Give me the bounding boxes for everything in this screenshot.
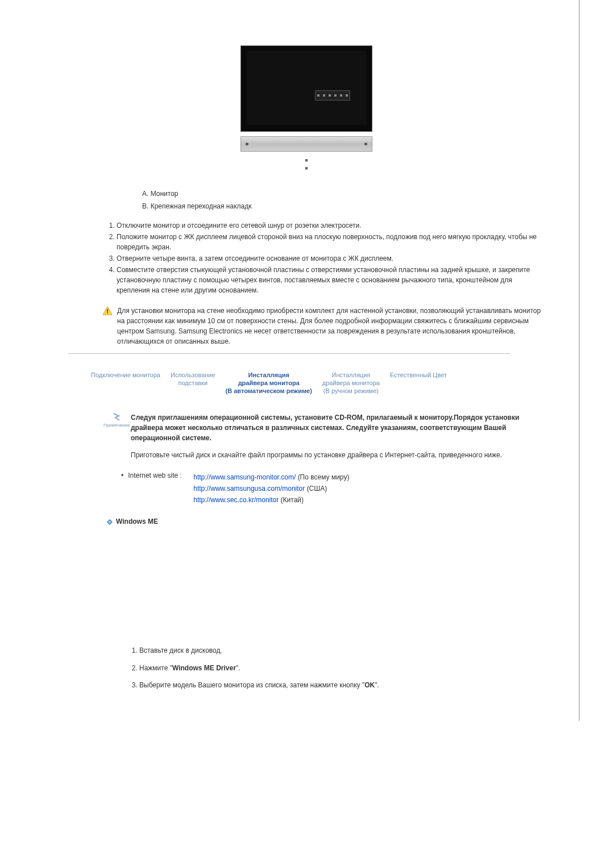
note-sidebar-icon: Примечания: [102, 412, 131, 443]
link[interactable]: http://www.samsung-monitor.com/: [193, 473, 296, 481]
warning-block: Для установки монитора на стене необходи…: [102, 306, 545, 347]
link-item: http://www.samsung-monitor.com/ (По всем…: [193, 471, 349, 483]
note-label: Примечания: [103, 423, 130, 428]
bullet-icon: •: [121, 471, 123, 506]
sub-list-item: Вставьте диск в дисковод.: [139, 646, 545, 656]
sub-item-bold: Windows ME Driver: [172, 664, 236, 672]
nav-tab-stand[interactable]: Использование подставки: [171, 371, 215, 387]
link-list: http://www.samsung-monitor.com/ (По всем…: [193, 471, 349, 506]
nav-tab-label: Естественный Цвет: [390, 372, 447, 378]
diamond-icon: [107, 519, 113, 524]
nav-tab-label: Инсталляция: [248, 372, 289, 378]
sub-item-bold: OK: [364, 681, 375, 689]
sub-item-suffix: ".: [375, 681, 379, 689]
sub-item-text: Вставьте диск в дисковод.: [139, 646, 222, 654]
sub-list-item: Нажмите "Windows ME Driver".: [139, 663, 545, 673]
sub-item-suffix: ".: [236, 664, 240, 672]
nav-tab-label: Подключение монитора: [91, 372, 160, 378]
label-b: B. Крепежная переходная накладк: [142, 202, 545, 210]
nav-tab-label: Инсталляция: [332, 372, 371, 378]
nav-tab-sublabel: (В автоматическом режиме): [226, 387, 312, 394]
sub-item-prefix: Нажмите ": [139, 664, 172, 672]
note-plain-text: Приготовьте чистый диск и скачайте файл …: [131, 450, 545, 460]
nav-tab-natural-color[interactable]: Естественный Цвет: [390, 371, 447, 379]
main-numbered-list: Отключите монитор и отсоедините его сете…: [102, 220, 545, 295]
main-list-item: Отключите монитор и отсоедините его сете…: [117, 220, 545, 231]
link-item: http://www.sec.co.kr/monitor (Китай): [193, 494, 349, 506]
main-list-item: Положите монитор с ЖК дисплеем лицевой с…: [117, 232, 545, 252]
section-nav-tabs: Подключение монитора Использование подст…: [91, 371, 545, 395]
separator: [68, 353, 511, 354]
nav-tab-sublabel: драйвера монитора: [238, 379, 300, 386]
monitor-body: [240, 45, 372, 132]
nav-tab-driver-auto[interactable]: Инсталляция драйвера монитора (В автомат…: [226, 371, 312, 395]
warning-icon: [102, 306, 113, 315]
link-item: http://www.samsungusa.com/monitor (США): [193, 483, 349, 494]
monitor-screws: ■■: [68, 156, 545, 173]
sub-numbered-list: Вставьте диск в дисковод. Нажмите "Windo…: [125, 646, 545, 690]
nav-tab-label: Использование: [171, 372, 215, 378]
sub-list-item: Выберите модель Вашего монитора из списк…: [139, 681, 545, 690]
link-suffix: (По всему миру): [298, 473, 350, 481]
monitor-mounting-plate: [240, 136, 372, 152]
link[interactable]: http://www.sec.co.kr/monitor: [193, 496, 279, 504]
warning-text: Для установки монитора на стене необходи…: [117, 306, 545, 347]
internet-links-row: • Internet web site : http://www.samsung…: [121, 471, 545, 506]
note-bold-text: Следуя приглашениям операционной системы…: [131, 412, 545, 443]
main-list-item: Отверните четыре винта, а затем отсоедин…: [117, 253, 545, 264]
svg-rect-1: [107, 312, 108, 313]
link-suffix: (США): [307, 485, 327, 493]
section-heading: Windows ME: [107, 518, 545, 525]
sub-item-prefix: Выберите модель Вашего монитора из списк…: [139, 681, 364, 689]
empty-figure-placeholder: [68, 537, 545, 639]
monitor-screen: [247, 51, 366, 124]
nav-tab-driver-manual[interactable]: Инсталляция драйвера монитора (В ручном …: [322, 371, 380, 395]
svg-rect-0: [107, 309, 108, 311]
link-row-label: Internet web site :: [128, 471, 193, 506]
link-suffix: (Китай): [281, 496, 304, 504]
monitor-button-panel: [315, 90, 350, 101]
label-a: A. Монитор: [142, 190, 545, 198]
nav-tab-connect[interactable]: Подключение монитора: [91, 371, 160, 379]
main-list-item: Совместите отверстия стыкующей установоч…: [117, 265, 545, 295]
monitor-figure: ■■: [68, 45, 545, 173]
section-heading-text: Windows ME: [116, 518, 158, 525]
nav-tab-sublabel: подставки: [178, 379, 208, 386]
nav-tab-sublabel: (В ручном режиме): [323, 387, 379, 394]
link[interactable]: http://www.samsungusa.com/monitor: [193, 485, 305, 493]
note-block: Примечания Следуя приглашениям операцион…: [102, 412, 545, 443]
nav-tab-sublabel: драйвера монитора: [322, 379, 380, 386]
